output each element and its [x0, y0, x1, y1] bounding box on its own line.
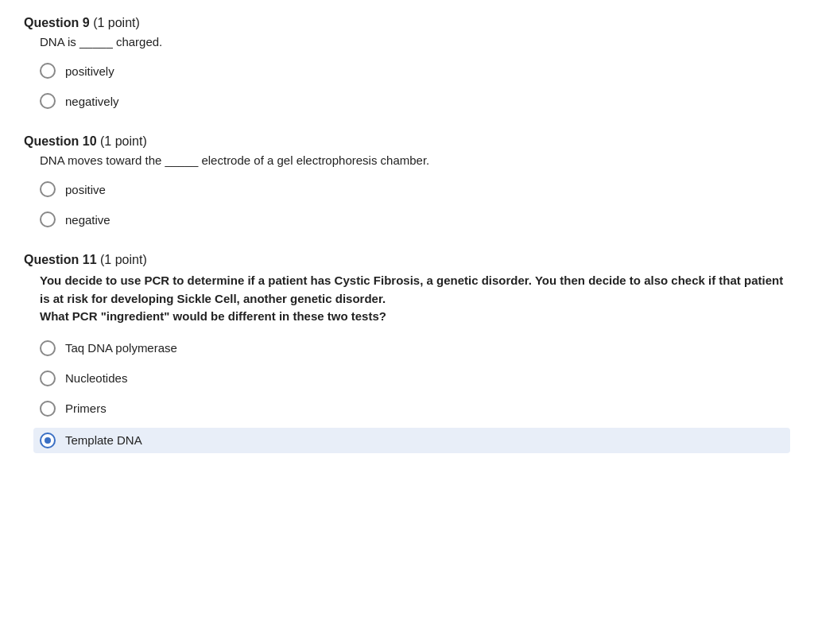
question-title-q9: Question 9 (1 point): [24, 16, 790, 30]
option-item-q11b[interactable]: Nucleotides: [40, 367, 790, 390]
question-block-q10: Question 10 (1 point)DNA moves toward th…: [24, 134, 790, 231]
question-text-q9: DNA is _____ charged.: [40, 35, 790, 48]
question-points: (1 point): [100, 253, 147, 266]
options-list-q10: positivenegative: [40, 178, 790, 231]
option-label-q11c: Primers: [65, 402, 107, 415]
radio-circle-q9b[interactable]: [40, 93, 56, 109]
options-list-q9: positivelynegatively: [40, 60, 790, 112]
option-item-q10b[interactable]: negative: [40, 208, 790, 231]
radio-circle-q11c[interactable]: [40, 401, 56, 417]
radio-circle-q11d[interactable]: [40, 433, 56, 448]
options-list-q11: Taq DNA polymeraseNucleotidesPrimersTemp…: [40, 337, 790, 453]
option-item-q11c[interactable]: Primers: [40, 398, 790, 420]
question-points: (1 point): [100, 134, 147, 148]
option-item-q10a[interactable]: positive: [40, 178, 790, 200]
option-item-q9a[interactable]: positively: [40, 60, 790, 82]
option-label-q9b: negatively: [65, 95, 119, 108]
question-title-q10: Question 10 (1 point): [24, 134, 790, 149]
question-number: Question 10: [24, 134, 97, 148]
option-label-q11b: Nucleotides: [65, 371, 127, 385]
option-item-q9b[interactable]: negatively: [40, 90, 790, 112]
question-block-q9: Question 9 (1 point)DNA is _____ charged…: [24, 16, 790, 112]
radio-circle-q9a[interactable]: [40, 63, 56, 79]
option-item-q11d[interactable]: Template DNA: [33, 428, 790, 453]
question-number: Question 11: [24, 253, 97, 266]
question-block-q11: Question 11 (1 point)You decide to use P…: [24, 253, 790, 453]
option-label-q11a: Taq DNA polymerase: [65, 341, 177, 355]
question-title-q11: Question 11 (1 point): [24, 253, 790, 267]
radio-circle-q10b[interactable]: [40, 211, 56, 227]
radio-circle-q11b[interactable]: [40, 370, 56, 386]
question-text-q11: You decide to use PCR to determine if a …: [40, 272, 790, 326]
question-text-q10: DNA moves toward the _____ electrode of …: [40, 153, 790, 167]
radio-circle-q11a[interactable]: [40, 340, 56, 356]
option-label-q9a: positively: [65, 64, 114, 78]
radio-circle-q10a[interactable]: [40, 181, 56, 197]
option-label-q10a: positive: [65, 183, 106, 196]
option-label-q10b: negative: [65, 213, 110, 227]
option-item-q11a[interactable]: Taq DNA polymerase: [40, 337, 790, 359]
question-number: Question 9: [24, 16, 90, 29]
option-label-q11d: Template DNA: [65, 433, 142, 447]
question-points: (1 point): [93, 16, 140, 29]
